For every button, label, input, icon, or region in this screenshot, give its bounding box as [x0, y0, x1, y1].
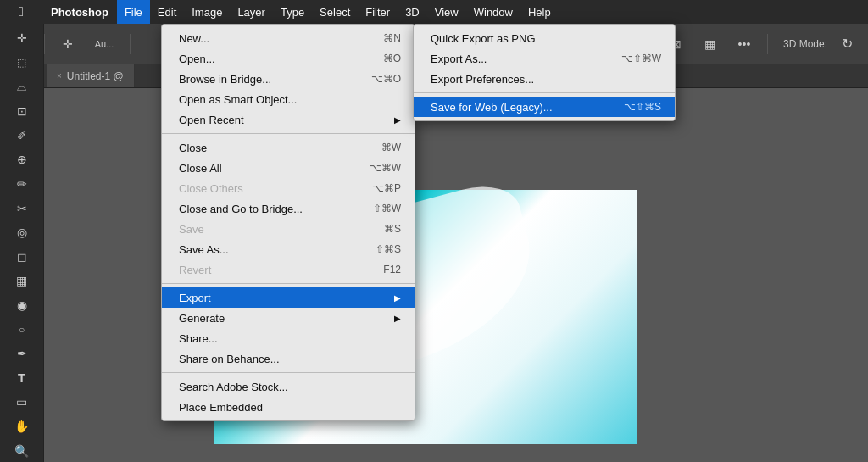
- menu-item-close-others-label: Close Others: [179, 182, 243, 195]
- file-menu-dropdown: New... ⌘N Open... ⌘O Browse in Bridge...…: [161, 24, 415, 421]
- submenu-export-as-label: Export As...: [431, 53, 487, 65]
- sep2: [162, 283, 415, 284]
- menu-item-close-all-shortcut: ⌥⌘W: [370, 162, 401, 174]
- menu-item-new[interactable]: New... ⌘N: [162, 28, 415, 48]
- menu-item-adobe-stock-label: Search Adobe Stock...: [179, 381, 288, 393]
- submenu-save-for-web[interactable]: Save for Web (Legacy)... ⌥⇧⌘S: [414, 97, 675, 117]
- menu-item-generate[interactable]: Generate ▶: [162, 308, 415, 328]
- menu-item-share-behance-label: Share on Behance...: [179, 353, 280, 365]
- menu-item-smart-object-label: Open as Smart Object...: [179, 93, 297, 106]
- submenu-export-prefs-label: Export Preferences...: [431, 73, 534, 86]
- menu-item-close-others-shortcut: ⌥⌘P: [372, 182, 401, 194]
- menu-item-close-all[interactable]: Close All ⌥⌘W: [162, 158, 415, 178]
- menu-item-bridge-label: Browse in Bridge...: [179, 73, 271, 86]
- menu-item-place-embedded[interactable]: Place Embedded: [162, 397, 415, 417]
- menu-item-new-label: New...: [179, 32, 209, 45]
- sep3: [162, 372, 415, 373]
- menu-item-save-shortcut: ⌘S: [384, 223, 401, 235]
- menu-item-open-label: Open...: [179, 53, 215, 65]
- submenu-save-for-web-shortcut: ⌥⇧⌘S: [624, 101, 661, 113]
- menu-item-open-recent[interactable]: Open Recent ▶: [162, 109, 415, 130]
- menu-item-open[interactable]: Open... ⌘O: [162, 48, 415, 69]
- menu-item-revert[interactable]: Revert F12: [162, 259, 415, 280]
- menu-item-open-recent-label: Open Recent: [179, 114, 244, 126]
- menu-item-share-behance[interactable]: Share on Behance...: [162, 348, 415, 369]
- menu-item-smart-object[interactable]: Open as Smart Object...: [162, 89, 415, 109]
- menu-item-save-as-label: Save As...: [179, 243, 229, 256]
- menu-item-close-bridge[interactable]: Close and Go to Bridge... ⇧⌘W: [162, 198, 415, 219]
- sep1: [162, 133, 415, 134]
- menu-item-close-shortcut: ⌘W: [381, 142, 401, 153]
- export-sep: [414, 92, 675, 93]
- open-recent-arrow: ▶: [394, 115, 401, 125]
- menu-item-save[interactable]: Save ⌘S: [162, 219, 415, 239]
- menu-item-generate-label: Generate: [179, 312, 225, 325]
- menu-item-save-as-shortcut: ⇧⌘S: [376, 243, 401, 255]
- menu-item-save-as[interactable]: Save As... ⇧⌘S: [162, 239, 415, 259]
- menu-item-adobe-stock[interactable]: Search Adobe Stock...: [162, 376, 415, 397]
- submenu-export-as-shortcut: ⌥⇧⌘W: [621, 53, 661, 64]
- dropdown-overlay: New... ⌘N Open... ⌘O Browse in Bridge...…: [0, 0, 868, 462]
- menu-item-place-embedded-label: Place Embedded: [179, 401, 263, 414]
- export-submenu-dropdown: Quick Export as PNG Export As... ⌥⇧⌘W Ex…: [413, 24, 676, 121]
- menu-item-close-bridge-shortcut: ⇧⌘W: [373, 203, 401, 214]
- submenu-save-for-web-label: Save for Web (Legacy)...: [431, 101, 553, 114]
- menu-item-revert-shortcut: F12: [383, 264, 401, 276]
- menu-item-save-label: Save: [179, 223, 204, 236]
- menu-item-bridge-shortcut: ⌥⌘O: [371, 73, 401, 85]
- menu-item-close-all-label: Close All: [179, 162, 222, 175]
- menu-item-share[interactable]: Share...: [162, 328, 415, 348]
- submenu-export-prefs[interactable]: Export Preferences...: [414, 69, 675, 89]
- export-arrow: ▶: [394, 293, 401, 303]
- submenu-export-as[interactable]: Export As... ⌥⇧⌘W: [414, 48, 675, 69]
- menu-item-share-label: Share...: [179, 332, 218, 345]
- menu-item-close-label: Close: [179, 142, 207, 154]
- menu-item-close[interactable]: Close ⌘W: [162, 137, 415, 158]
- menu-item-close-bridge-label: Close and Go to Bridge...: [179, 203, 303, 215]
- menu-item-revert-label: Revert: [179, 264, 211, 276]
- submenu-quick-export[interactable]: Quick Export as PNG: [414, 28, 675, 48]
- menu-item-bridge[interactable]: Browse in Bridge... ⌥⌘O: [162, 69, 415, 89]
- menu-item-new-shortcut: ⌘N: [383, 32, 401, 44]
- generate-arrow: ▶: [394, 314, 401, 323]
- menu-item-close-others[interactable]: Close Others ⌥⌘P: [162, 178, 415, 198]
- menu-item-open-shortcut: ⌘O: [383, 53, 401, 64]
- menu-item-export-label: Export: [179, 292, 211, 304]
- menu-item-export[interactable]: Export ▶: [162, 287, 415, 308]
- submenu-quick-export-label: Quick Export as PNG: [431, 32, 536, 45]
